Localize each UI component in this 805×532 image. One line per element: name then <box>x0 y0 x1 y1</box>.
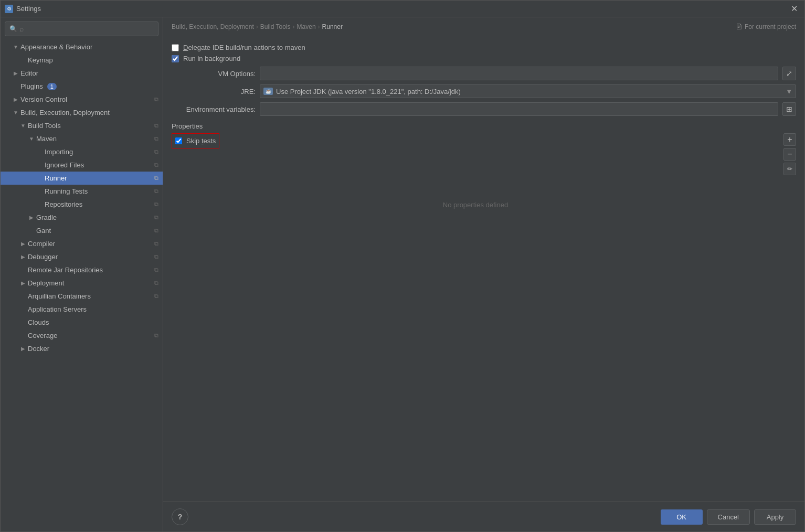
copy-icon: ⧉ <box>154 227 158 234</box>
jre-select[interactable]: ☕ Use Project JDK (java version "1.8.0_2… <box>260 84 796 98</box>
sidebar-item-clouds[interactable]: Clouds <box>1 316 163 329</box>
copy-icon: ⧉ <box>154 135 158 142</box>
env-variables-input[interactable] <box>260 102 778 116</box>
vm-options-expand-button[interactable]: ⤢ <box>782 67 796 80</box>
skip-tests-label[interactable]: Skip tests <box>186 137 216 145</box>
sidebar-item-gradle[interactable]: Gradle ⧉ <box>1 211 163 224</box>
copy-icon: ⧉ <box>154 253 158 260</box>
sidebar-item-build-exec-deploy[interactable]: Build, Execution, Deployment <box>1 106 163 119</box>
sidebar-item-keymap[interactable]: Keymap <box>1 54 163 67</box>
sidebar-item-label: Debugger <box>28 253 58 261</box>
run-background-checkbox[interactable] <box>172 55 179 62</box>
sidebar-item-label: Remote Jar Repositories <box>28 266 103 274</box>
sidebar-item-gant[interactable]: Gant ⧉ <box>1 224 163 237</box>
sidebar-item-appearance-behavior[interactable]: Appearance & Behavior <box>1 40 163 54</box>
arrow-icon <box>36 162 44 169</box>
right-panel: Build, Execution, Deployment › Build Too… <box>163 17 804 531</box>
edit-property-button[interactable]: ✏ <box>783 163 796 175</box>
apply-button[interactable]: Apply <box>754 509 796 525</box>
sidebar-item-label: Version Control <box>20 95 67 103</box>
properties-content: Skip tests No properties defined + − ✏ <box>172 133 796 209</box>
jre-label: JRE: <box>172 88 256 95</box>
sidebar-item-version-control[interactable]: Version Control ⧉ <box>1 93 163 106</box>
arrow-icon <box>28 135 35 143</box>
sidebar-item-compiler[interactable]: Compiler ⧉ <box>1 237 163 250</box>
search-box[interactable]: 🔍 <box>5 22 158 36</box>
sidebar-item-coverage[interactable]: Coverage ⧉ <box>1 329 163 342</box>
sidebar-item-remote-jar-repos[interactable]: Remote Jar Repositories ⧉ <box>1 263 163 276</box>
vm-options-input[interactable] <box>260 67 778 80</box>
sidebar-item-debugger[interactable]: Debugger ⧉ <box>1 250 163 263</box>
help-button[interactable]: ? <box>172 508 188 525</box>
footer: ? OK Cancel Apply <box>163 502 804 531</box>
arrow-icon <box>12 83 19 90</box>
copy-icon: ⧉ <box>154 96 158 103</box>
close-button[interactable]: ✕ <box>788 3 800 15</box>
copy-icon: ⧉ <box>154 280 158 286</box>
sidebar-item-maven[interactable]: Maven ⧉ <box>1 132 163 145</box>
search-icon: 🔍 <box>9 25 17 33</box>
vm-options-row: VM Options: ⤢ <box>172 67 796 80</box>
run-background-label[interactable]: Run in background <box>183 55 240 62</box>
breadcrumb-item-1[interactable]: Build, Execution, Deployment <box>172 23 254 30</box>
sidebar-item-importing[interactable]: Importing ⧉ <box>1 145 163 158</box>
sidebar-item-ignored-files[interactable]: Ignored Files ⧉ <box>1 158 163 172</box>
arrow-icon <box>19 240 27 248</box>
remove-property-button[interactable]: − <box>783 148 796 161</box>
jdk-icon: ☕ <box>263 88 273 95</box>
cancel-button[interactable]: Cancel <box>707 509 750 525</box>
title-bar: ⚙ Settings ✕ <box>1 1 804 17</box>
breadcrumb-item-2[interactable]: Build Tools <box>260 23 291 30</box>
sidebar-item-label: Arquillian Containers <box>28 292 91 300</box>
sidebar-item-plugins[interactable]: Plugins 1 <box>1 80 163 93</box>
breadcrumb-item-3[interactable]: Maven <box>297 23 316 30</box>
sidebar-item-label: Build Tools <box>28 122 61 130</box>
sidebar-item-arquillian[interactable]: Arquillian Containers ⧉ <box>1 290 163 303</box>
properties-header: Properties <box>172 122 796 130</box>
sidebar-item-build-tools[interactable]: Build Tools ⧉ <box>1 119 163 132</box>
arrow-icon <box>28 227 35 235</box>
sidebar-item-label: Build, Execution, Deployment <box>20 109 110 116</box>
env-variables-label: Environment variables: <box>172 105 256 113</box>
sidebar-item-label: Ignored Files <box>45 161 84 169</box>
sidebar-item-docker[interactable]: Docker <box>1 342 163 355</box>
sidebar-item-running-tests[interactable]: Running Tests ⧉ <box>1 185 163 198</box>
breadcrumb-current: Runner <box>322 23 343 30</box>
footer-buttons: OK Cancel Apply <box>661 509 796 525</box>
sidebar-item-label: Appearance & Behavior <box>20 43 92 51</box>
add-property-button[interactable]: + <box>783 133 796 146</box>
vm-options-label: VM Options: <box>172 70 256 78</box>
ok-button[interactable]: OK <box>661 509 703 525</box>
delegate-label[interactable]: Delegate IDE build/run actions to maven <box>183 44 305 51</box>
sidebar-item-runner[interactable]: Runner ⧉ <box>1 172 163 185</box>
sidebar-item-deployment[interactable]: Deployment ⧉ <box>1 276 163 290</box>
arrow-icon <box>19 293 27 300</box>
chevron-down-icon: ▼ <box>786 88 792 95</box>
arrow-icon <box>12 70 19 77</box>
jre-select-text: ☕ Use Project JDK (java version "1.8.0_2… <box>263 88 461 95</box>
sidebar-item-editor[interactable]: Editor <box>1 67 163 80</box>
sidebar-item-label: Repositories <box>45 200 82 208</box>
arrow-icon <box>19 253 27 261</box>
env-variables-row: Environment variables: ⊞ <box>172 102 796 116</box>
copy-icon: ⧉ <box>154 175 158 182</box>
sidebar-item-repositories[interactable]: Repositories ⧉ <box>1 198 163 211</box>
arrow-icon <box>19 267 27 274</box>
arrow-icon <box>36 201 44 208</box>
no-properties-text: No properties defined <box>172 201 779 209</box>
settings-window: ⚙ Settings ✕ 🔍 Appearance & Behavior Key… <box>0 0 805 532</box>
arrow-icon <box>36 148 44 156</box>
env-variables-button[interactable]: ⊞ <box>782 102 796 116</box>
project-icon: 🖹 <box>735 23 743 31</box>
skip-tests-checkbox[interactable] <box>175 137 182 144</box>
sidebar-item-label: Plugins <box>20 82 43 90</box>
properties-panel: Skip tests No properties defined <box>172 133 779 209</box>
copy-icon: ⧉ <box>154 293 158 300</box>
delegate-checkbox[interactable] <box>172 44 179 51</box>
copy-icon: ⧉ <box>154 214 158 221</box>
arrow-icon <box>36 188 44 195</box>
panel-content: Delegate IDE build/run actions to maven … <box>163 36 804 502</box>
search-input[interactable] <box>19 25 154 33</box>
plugins-badge: 1 <box>47 83 57 90</box>
sidebar-item-application-servers[interactable]: Application Servers <box>1 303 163 316</box>
